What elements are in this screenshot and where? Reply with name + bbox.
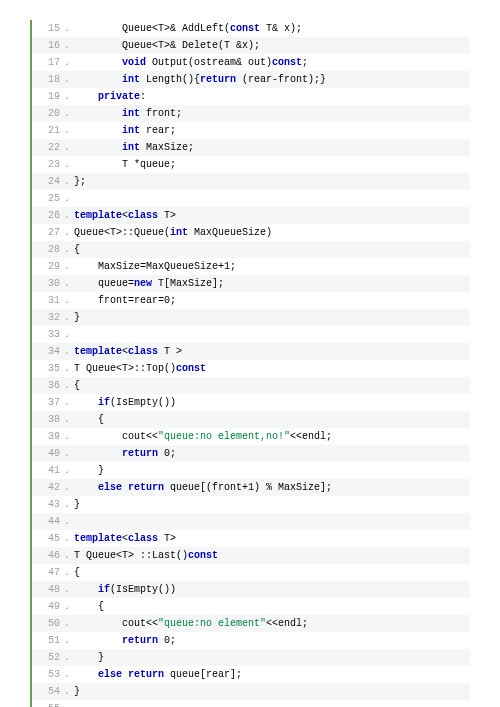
code-content: }; <box>74 173 470 190</box>
code-line: 51. return 0; <box>32 632 470 649</box>
line-dot: . <box>64 666 74 683</box>
code-content: if(IsEmpty()) <box>74 581 470 598</box>
line-number: 46 <box>32 547 64 564</box>
code-line: 40. return 0; <box>32 445 470 462</box>
line-number: 15 <box>32 20 64 37</box>
code-content: int Length(){return (rear-front);} <box>74 71 470 88</box>
code-content: Queue<T>::Queue(int MaxQueueSize) <box>74 224 470 241</box>
line-dot: . <box>64 683 74 700</box>
code-content: Queue<T>& Delete(T &x); <box>74 37 470 54</box>
code-content: int rear; <box>74 122 470 139</box>
line-dot: . <box>64 173 74 190</box>
code-content: template<class T > <box>74 343 470 360</box>
code-line: 50. cout<<"queue:no element"<<endl; <box>32 615 470 632</box>
code-line: 19. private: <box>32 88 470 105</box>
code-content: Queue<T>& AddLeft(const T& x); <box>74 20 470 37</box>
line-dot: . <box>64 71 74 88</box>
line-number: 28 <box>32 241 64 258</box>
line-dot: . <box>64 360 74 377</box>
line-number: 18 <box>32 71 64 88</box>
code-line: 28.{ <box>32 241 470 258</box>
code-content: { <box>74 598 470 615</box>
line-dot: . <box>64 428 74 445</box>
code-line: 24.}; <box>32 173 470 190</box>
line-number: 40 <box>32 445 64 462</box>
code-line: 39. cout<<"queue:no element,no!"<<endl; <box>32 428 470 445</box>
line-dot: . <box>64 224 74 241</box>
line-number: 38 <box>32 411 64 428</box>
code-content: } <box>74 496 470 513</box>
line-number: 25 <box>32 190 64 207</box>
code-content: } <box>74 309 470 326</box>
line-dot: . <box>64 292 74 309</box>
code-line: 18. int Length(){return (rear-front);} <box>32 71 470 88</box>
code-line: 33. <box>32 326 470 343</box>
code-content: else return queue[rear]; <box>74 666 470 683</box>
line-number: 27 <box>32 224 64 241</box>
code-line: 48. if(IsEmpty()) <box>32 581 470 598</box>
code-line: 21. int rear; <box>32 122 470 139</box>
code-line: 45.template<class T> <box>32 530 470 547</box>
line-number: 31 <box>32 292 64 309</box>
line-number: 20 <box>32 105 64 122</box>
code-content: if(IsEmpty()) <box>74 394 470 411</box>
code-content: queue=new T[MaxSize]; <box>74 275 470 292</box>
code-line: 23. T *queue; <box>32 156 470 173</box>
code-line: 31. front=rear=0; <box>32 292 470 309</box>
line-number: 32 <box>32 309 64 326</box>
code-content: return 0; <box>74 445 470 462</box>
line-dot: . <box>64 54 74 71</box>
line-number: 23 <box>32 156 64 173</box>
line-dot: . <box>64 207 74 224</box>
line-dot: . <box>64 411 74 428</box>
code-line: 41. } <box>32 462 470 479</box>
line-number: 17 <box>32 54 64 71</box>
line-dot: . <box>64 513 74 530</box>
code-content: void Output(ostream& out)const; <box>74 54 470 71</box>
line-number: 53 <box>32 666 64 683</box>
line-dot: . <box>64 309 74 326</box>
code-line: 25. <box>32 190 470 207</box>
line-dot: . <box>64 105 74 122</box>
line-dot: . <box>64 343 74 360</box>
code-line: 26.template<class T> <box>32 207 470 224</box>
line-number: 47 <box>32 564 64 581</box>
code-content: template<class T> <box>74 530 470 547</box>
code-line: 52. } <box>32 649 470 666</box>
line-dot: . <box>64 547 74 564</box>
code-line: 49. { <box>32 598 470 615</box>
line-number: 29 <box>32 258 64 275</box>
code-line: 22. int MaxSize; <box>32 139 470 156</box>
code-line: 42. else return queue[(front+1) % MaxSiz… <box>32 479 470 496</box>
code-line: 16. Queue<T>& Delete(T &x); <box>32 37 470 54</box>
code-content: { <box>74 564 470 581</box>
line-number: 43 <box>32 496 64 513</box>
line-dot: . <box>64 88 74 105</box>
line-number: 44 <box>32 513 64 530</box>
line-dot: . <box>64 598 74 615</box>
line-dot: . <box>64 20 74 37</box>
line-dot: . <box>64 445 74 462</box>
code-line: 47.{ <box>32 564 470 581</box>
code-line: 55. <box>32 700 470 707</box>
code-content: else return queue[(front+1) % MaxSize]; <box>74 479 470 496</box>
line-number: 42 <box>32 479 64 496</box>
code-content: } <box>74 683 470 700</box>
code-line: 34.template<class T > <box>32 343 470 360</box>
line-dot: . <box>64 139 74 156</box>
line-dot: . <box>64 649 74 666</box>
code-content: template<class T> <box>74 207 470 224</box>
line-dot: . <box>64 530 74 547</box>
code-line: 15. Queue<T>& AddLeft(const T& x); <box>32 20 470 37</box>
code-line: 53. else return queue[rear]; <box>32 666 470 683</box>
line-number: 48 <box>32 581 64 598</box>
line-dot: . <box>64 632 74 649</box>
code-content: } <box>74 462 470 479</box>
line-number: 39 <box>32 428 64 445</box>
line-number: 33 <box>32 326 64 343</box>
code-content: MaxSize=MaxQueueSize+1; <box>74 258 470 275</box>
code-line: 27.Queue<T>::Queue(int MaxQueueSize) <box>32 224 470 241</box>
line-dot: . <box>64 564 74 581</box>
line-number: 54 <box>32 683 64 700</box>
code-line: 37. if(IsEmpty()) <box>32 394 470 411</box>
